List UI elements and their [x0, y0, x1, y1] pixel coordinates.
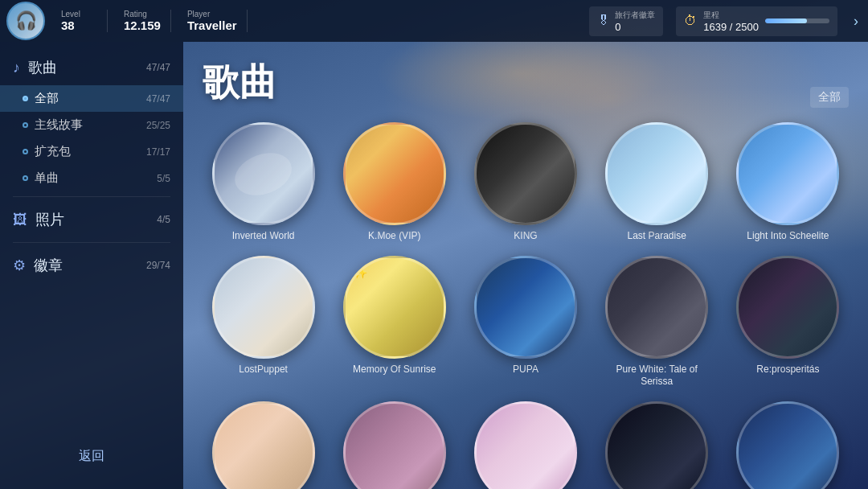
rating-label: Rating	[124, 10, 161, 18]
main-content: 歌曲 全部 Inverted WorldK.Moe (VIP)KINGLast …	[183, 42, 868, 489]
cover-art	[739, 258, 837, 356]
topbar-arrow[interactable]: ›	[850, 10, 862, 33]
sidebar-item-badges[interactable]: ⚙ 徽章 29/74	[0, 248, 183, 283]
song-title-lostpuppet: LostPuppet	[239, 364, 288, 376]
song-title-sunrise: Memory Of Sunrise	[353, 364, 436, 376]
song-title-king: KING	[514, 230, 537, 243]
song-item-pupa[interactable]: PUPA	[465, 256, 586, 388]
photos-count: 4/5	[157, 214, 170, 225]
song-title-inverted-world: Inverted World	[232, 230, 295, 243]
main-story-count: 25/25	[146, 120, 170, 131]
sidebar-item-photos[interactable]: 🖼 照片 4/5	[0, 202, 183, 237]
dot-icon	[23, 149, 28, 154]
song-title-kmoe: K.Moe (VIP)	[368, 230, 420, 243]
song-cover-kmoe	[343, 122, 446, 225]
cover-art	[346, 404, 444, 489]
singles-count: 5/5	[157, 173, 170, 184]
song-cover-king	[474, 122, 577, 225]
dot-icon	[23, 122, 28, 128]
main-story-label: 主线故事	[35, 117, 83, 133]
divider-1	[13, 196, 170, 197]
xp-icon: ⏱	[684, 14, 697, 28]
page-header: 歌曲 全部	[203, 58, 849, 108]
cover-art	[608, 404, 706, 489]
singles-label: 单曲	[35, 171, 59, 186]
photos-label: 照片	[35, 210, 64, 229]
cover-art	[215, 125, 313, 223]
song-item-rewaked[interactable]: Re-waked from Abyss	[334, 401, 455, 489]
song-cover-inverted-world	[212, 122, 315, 225]
all-count: 47/47	[146, 93, 170, 105]
badge-text: 旅行者徽章 0	[615, 10, 655, 33]
song-title-purewhite: Pure White: Tale of Serissa	[605, 364, 708, 388]
badges-label: 徽章	[34, 256, 63, 275]
cover-art	[477, 404, 575, 489]
song-cover-purewhite	[605, 256, 708, 359]
player-value: Traveller	[187, 18, 237, 32]
xp-value: 1639 / 2500	[703, 21, 759, 33]
xp-bar	[765, 18, 807, 23]
song-cover-scheelite	[736, 122, 839, 225]
player-label: Player	[187, 10, 237, 18]
badge-label: 旅行者徽章	[615, 10, 655, 21]
song-cover-last-paradise	[605, 122, 708, 225]
xp-info: 里程 1639 / 2500	[703, 10, 759, 33]
song-title-reprospero: Re:prosperitás	[756, 364, 819, 376]
song-grid: Inverted WorldK.Moe (VIP)KINGLast Paradi…	[203, 122, 849, 489]
song-item-kmoe[interactable]: K.Moe (VIP)	[334, 122, 455, 243]
topbar: 🎧 Level 38 Rating 12.159 Player Travelle…	[0, 0, 868, 42]
avatar[interactable]: 🎧	[6, 2, 45, 40]
sidebar-item-all[interactable]: 全部 47/47	[0, 85, 183, 112]
divider-2	[13, 242, 170, 243]
songs-label: 歌曲	[28, 58, 57, 77]
music-icon: ♪	[13, 60, 20, 76]
cover-art	[608, 125, 706, 223]
all-label: 全部	[35, 91, 59, 106]
songs-count: 47/47	[146, 62, 170, 73]
cover-art	[215, 404, 313, 489]
dot-icon	[23, 96, 28, 101]
song-cover-pupa	[474, 256, 577, 359]
sidebar-item-songs[interactable]: ♪ 歌曲 47/47	[0, 50, 183, 85]
song-title-scheelite: Light Into Scheelite	[747, 230, 829, 243]
song-item-reverie[interactable]: Reverie	[203, 401, 324, 489]
topbar-right: 🎖 旅行者徽章 0 ⏱ 里程 1639 / 2500 ›	[589, 6, 862, 36]
cover-art	[608, 258, 706, 356]
song-item-lostpuppet[interactable]: LostPuppet	[203, 256, 324, 388]
song-item-row3-3[interactable]	[727, 401, 849, 489]
song-item-reprospero[interactable]: Re:prosperitás	[727, 256, 849, 388]
song-item-row3-1[interactable]	[465, 401, 586, 489]
badge-section: 🎖 旅行者徽章 0	[589, 6, 663, 36]
rating-value: 12.159	[124, 18, 161, 32]
sidebar-item-expansion[interactable]: 扩充包 17/17	[0, 138, 183, 165]
song-item-scheelite[interactable]: Light Into Scheelite	[727, 122, 849, 243]
expansion-label: 扩充包	[35, 144, 71, 159]
sidebar: ♪ 歌曲 47/47 全部 47/47 主线故事 25/25 扩充包 17/17…	[0, 42, 183, 489]
level-value: 38	[61, 18, 97, 32]
song-cover-lostpuppet	[212, 256, 315, 359]
topbar-player: Player Traveller	[178, 10, 248, 32]
song-item-sunrise[interactable]: Memory Of Sunrise	[334, 256, 455, 388]
gear-icon: ⚙	[13, 257, 26, 274]
sidebar-item-singles[interactable]: 单曲 5/5	[0, 165, 183, 191]
cover-art	[739, 125, 837, 223]
song-cover-row3-1	[474, 401, 577, 489]
cover-art	[346, 125, 444, 223]
sidebar-item-main-story[interactable]: 主线故事 25/25	[0, 112, 183, 138]
song-item-inverted-world[interactable]: Inverted World	[203, 122, 324, 243]
song-item-last-paradise[interactable]: Last Paradise	[596, 122, 718, 243]
expansion-count: 17/17	[146, 146, 170, 158]
cover-art	[477, 125, 575, 223]
song-item-row3-2[interactable]	[596, 401, 718, 489]
dot-icon	[23, 175, 28, 181]
song-item-purewhite[interactable]: Pure White: Tale of Serissa	[596, 256, 718, 388]
page-title: 歌曲	[203, 58, 276, 108]
song-cover-sunrise	[343, 256, 446, 359]
song-item-king[interactable]: KING	[465, 122, 586, 243]
song-cover-rewaked	[343, 401, 446, 489]
song-cover-row3-3	[736, 401, 839, 489]
back-button[interactable]: 返回	[13, 442, 170, 471]
cover-art	[739, 404, 837, 489]
filter-button[interactable]: 全部	[810, 87, 849, 108]
xp-section: ⏱ 里程 1639 / 2500	[676, 6, 837, 36]
